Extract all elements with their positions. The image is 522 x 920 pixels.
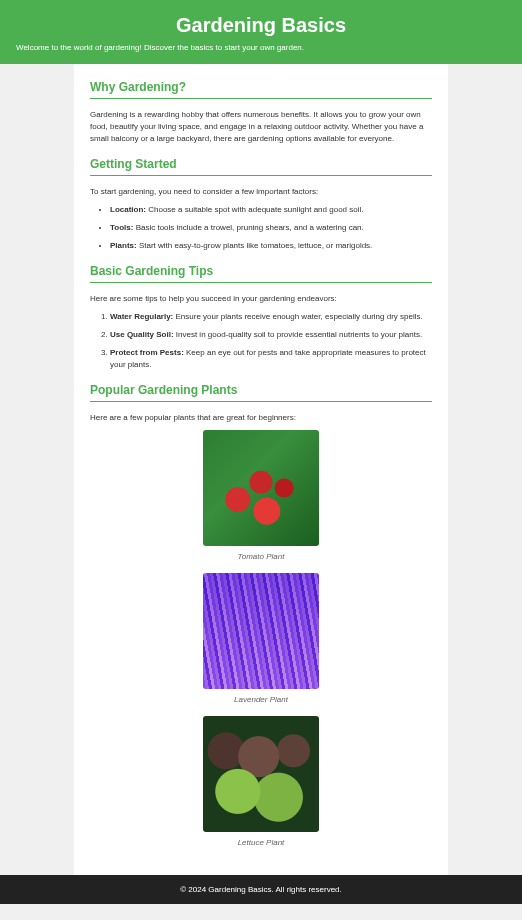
getting-started-intro: To start gardening, you need to consider… <box>90 186 432 198</box>
section-heading-plants: Popular Gardening Plants <box>90 383 432 402</box>
page-title: Gardening Basics <box>16 14 506 37</box>
getting-started-list: Location: Choose a suitable spot with ad… <box>90 204 432 252</box>
section-heading-why: Why Gardening? <box>90 80 432 99</box>
list-item: Plants: Start with easy-to-grow plants l… <box>110 240 432 252</box>
plant-card-tomato: Tomato Plant <box>90 430 432 561</box>
list-item: Use Quality Soil: Invest in good-quality… <box>110 329 432 341</box>
list-item: Protect from Pests: Keep an eye out for … <box>110 347 432 371</box>
why-text: Gardening is a rewarding hobby that offe… <box>90 109 432 145</box>
plant-caption: Lettuce Plant <box>90 838 432 847</box>
tips-list: Water Regularly: Ensure your plants rece… <box>90 311 432 371</box>
list-item: Location: Choose a suitable spot with ad… <box>110 204 432 216</box>
plant-card-lavender: Lavender Plant <box>90 573 432 704</box>
tips-intro: Here are some tips to help you succeed i… <box>90 293 432 305</box>
tomato-image <box>203 430 319 546</box>
section-heading-tips: Basic Gardening Tips <box>90 264 432 283</box>
list-item: Tools: Basic tools include a trowel, pru… <box>110 222 432 234</box>
list-item: Water Regularly: Ensure your plants rece… <box>110 311 432 323</box>
plant-caption: Tomato Plant <box>90 552 432 561</box>
plants-intro: Here are a few popular plants that are g… <box>90 412 432 424</box>
main-content: Why Gardening? Gardening is a rewarding … <box>74 64 448 875</box>
lavender-image <box>203 573 319 689</box>
page-header: Gardening Basics Welcome to the world of… <box>0 0 522 64</box>
page-subtitle: Welcome to the world of gardening! Disco… <box>16 43 506 52</box>
section-heading-getting-started: Getting Started <box>90 157 432 176</box>
plant-card-lettuce: Lettuce Plant <box>90 716 432 847</box>
plant-caption: Lavender Plant <box>90 695 432 704</box>
lettuce-image <box>203 716 319 832</box>
page-footer: © 2024 Gardening Basics. All rights rese… <box>0 875 522 904</box>
